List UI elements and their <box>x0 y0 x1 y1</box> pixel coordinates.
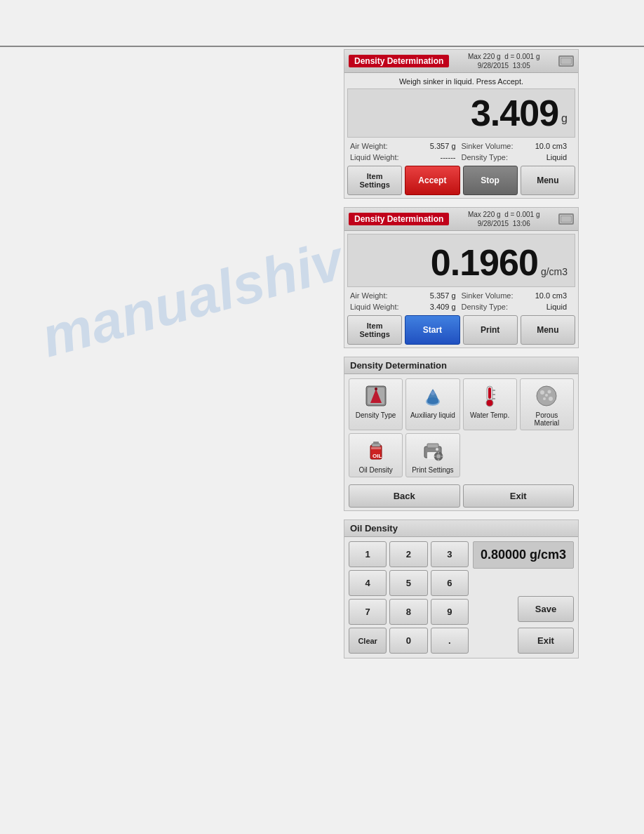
panel1-display-icon <box>558 55 574 67</box>
panel2-print-button[interactable]: Print <box>463 315 518 345</box>
numpad-9[interactable]: 9 <box>431 599 469 625</box>
svg-rect-30 <box>427 444 438 448</box>
panel2-header-info: Max 220 g d = 0.001 g 9/28/2015 13:06 <box>468 210 540 228</box>
panel3-menu-grid: Density Type Auxiliary liquid <box>344 374 578 482</box>
numpad-7[interactable]: 7 <box>349 599 387 625</box>
panel2-liquid-weight-col: Liquid Weight: 3.409 g <box>350 303 462 311</box>
numpad-4[interactable]: 4 <box>349 570 387 596</box>
panel1-density-type-label: Density Type: <box>462 153 508 161</box>
panel1-sinker-volume-label: Sinker Volume: <box>462 142 514 150</box>
panel2-density-result: Density Determination Max 220 g d = 0.00… <box>344 207 579 348</box>
numpad-3[interactable]: 3 <box>431 541 469 567</box>
panel4-oil-density: Oil Density 1 2 3 4 5 6 7 8 9 Clear 0 . … <box>344 519 579 658</box>
panel2-data-row2: Liquid Weight: 3.409 g Density Type: Liq… <box>344 301 578 312</box>
panel1-header-info: Max 220 g d = 0.001 g 9/28/2015 13:05 <box>468 52 540 70</box>
numpad-6[interactable]: 6 <box>431 570 469 596</box>
panel2-data-row1: Air Weight: 5.357 g Sinker Volume: 10.0 … <box>344 290 578 301</box>
panel1-sinker-volume-value: 10.0 cm3 <box>535 142 567 150</box>
panel2-title: Density Determination <box>349 213 449 225</box>
numpad: 1 2 3 4 5 6 7 8 9 Clear 0 . <box>349 541 469 654</box>
panel4-save-button[interactable]: Save <box>518 596 574 622</box>
panel3-back-button[interactable]: Back <box>349 484 460 508</box>
panel2-liquid-weight-label: Liquid Weight: <box>350 303 399 311</box>
oil-density-icon: OIL <box>363 438 389 463</box>
panel1-instruction: Weigh sinker in liquid. Press Accept. <box>347 74 575 86</box>
panel2-density-type-col: Density Type: Liquid <box>462 303 573 311</box>
panel1-liquid-weight-value: ------ <box>441 153 456 161</box>
menu-item-print-settings[interactable]: Print Settings <box>405 433 459 477</box>
panel1-stop-button[interactable]: Stop <box>463 166 518 195</box>
svg-point-23 <box>545 394 548 397</box>
panel2-menu-button[interactable]: Menu <box>521 315 575 345</box>
panel2-result-value: 0.1960 <box>431 242 538 283</box>
panel1-air-weight-value: 5.357 g <box>430 142 456 150</box>
svg-point-20 <box>548 390 551 394</box>
panel1-item-settings-button[interactable]: Item Settings <box>347 166 402 195</box>
numpad-5[interactable]: 5 <box>389 570 427 596</box>
panel3-btn-row: Back Exit <box>344 482 578 510</box>
panel1-menu-button[interactable]: Menu <box>521 166 575 195</box>
svg-rect-27 <box>371 447 381 449</box>
menu-item-oil-density[interactable]: OIL Oil Density <box>349 433 403 477</box>
panels-container: Density Determination Max 220 g d = 0.00… <box>344 49 579 667</box>
panel4-content: 1 2 3 4 5 6 7 8 9 Clear 0 . 0.80000 g/cm… <box>344 537 578 658</box>
panel1-data-row1: Air Weight: 5.357 g Sinker Volume: 10.0 … <box>344 140 578 152</box>
panel2-air-weight-value: 5.357 g <box>430 291 456 300</box>
density-type-icon <box>363 383 389 409</box>
panel1-liquid-weight-col: Liquid Weight: ------ <box>350 153 462 161</box>
menu-item-porous-label: Porous Material <box>523 411 570 427</box>
numpad-clear[interactable]: Clear <box>349 628 387 654</box>
menu-item-porous[interactable]: Porous Material <box>520 378 574 430</box>
svg-point-32 <box>436 448 438 451</box>
panel1-header: Density Determination Max 220 g d = 0.00… <box>344 50 578 73</box>
panel2-air-weight-label: Air Weight: <box>350 291 388 300</box>
panel2-sinker-volume-value: 10.0 cm3 <box>535 291 567 300</box>
panel2-density-type-label: Density Type: <box>462 303 508 311</box>
svg-point-34 <box>436 454 441 458</box>
panel4-right: 0.80000 g/cm3 Save Exit <box>473 541 574 654</box>
panel1-density-type-value: Liquid <box>546 153 567 161</box>
panel3-exit-button[interactable]: Exit <box>463 484 575 508</box>
panel1-weight-display: 3.409g <box>347 88 575 138</box>
menu-item-aux-liquid[interactable]: Auxiliary liquid <box>405 378 459 430</box>
water-temp-icon <box>477 383 502 409</box>
porous-icon <box>534 383 559 409</box>
panel1-air-weight-label: Air Weight: <box>350 142 388 150</box>
panel1-density-weighing: Density Determination Max 220 g d = 0.00… <box>344 49 579 199</box>
numpad-1[interactable]: 1 <box>349 541 387 567</box>
menu-item-oil-density-label: Oil Density <box>358 466 392 474</box>
panel1-weight-value: 3.409 <box>471 93 558 133</box>
panel2-start-button[interactable]: Start <box>405 315 459 345</box>
menu-item-print-settings-label: Print Settings <box>412 466 453 474</box>
panel4-display: 0.80000 g/cm3 <box>473 541 574 569</box>
numpad-2[interactable]: 2 <box>389 541 427 567</box>
panel4-exit-button[interactable]: Exit <box>518 628 574 654</box>
menu-item-water-temp-label: Water Temp. <box>470 411 509 419</box>
panel1-weight-unit: g <box>561 112 568 124</box>
panel1-sinker-volume-col: Sinker Volume: 10.0 cm3 <box>462 142 573 150</box>
svg-rect-13 <box>488 388 491 399</box>
menu-item-density-type[interactable]: Density Type <box>349 378 403 430</box>
panel1-data-row2: Liquid Weight: ------ Density Type: Liqu… <box>344 152 578 163</box>
print-settings-icon <box>420 438 445 463</box>
panel2-display-icon <box>558 213 574 225</box>
svg-point-11 <box>431 391 435 395</box>
panel3-density-menu: Density Determination Density Type <box>344 357 579 511</box>
panel2-sinker-volume-label: Sinker Volume: <box>462 291 514 300</box>
panel1-title: Density Determination <box>349 55 449 67</box>
panel2-result-display: 0.1960g/cm3 <box>347 234 575 287</box>
svg-rect-2 <box>561 58 571 64</box>
numpad-dot[interactable]: . <box>431 628 469 654</box>
numpad-8[interactable]: 8 <box>389 599 427 625</box>
menu-item-aux-liquid-label: Auxiliary liquid <box>410 411 455 419</box>
menu-item-water-temp[interactable]: Water Temp. <box>463 378 517 430</box>
panel1-air-weight-col: Air Weight: 5.357 g <box>350 142 462 150</box>
panel1-accept-button[interactable]: Accept <box>405 166 459 195</box>
svg-point-22 <box>549 397 553 401</box>
panel2-density-type-value: Liquid <box>546 303 567 311</box>
numpad-0[interactable]: 0 <box>389 628 427 654</box>
panel2-btn-row: Item Settings Start Print Menu <box>344 312 578 348</box>
panel4-title: Oil Density <box>344 520 578 537</box>
panel2-item-settings-button[interactable]: Item Settings <box>347 315 402 345</box>
panel1-btn-row: Item Settings Accept Stop Menu <box>344 163 578 198</box>
